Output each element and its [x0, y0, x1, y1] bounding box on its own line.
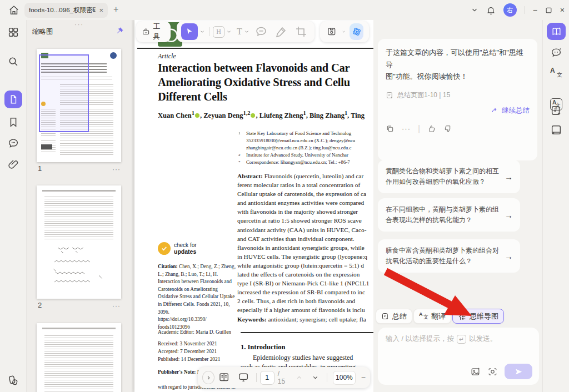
check-icon [158, 242, 171, 255]
article-title: Interaction between Flavonoids and Car A… [158, 61, 373, 104]
tab-title: foods-10...096_权限密码 [29, 6, 96, 14]
translate-text-icon[interactable]: A文 [550, 67, 562, 79]
text-tool-chevron[interactable] [244, 29, 249, 34]
introduction-line1: Epidemiology studies have suggested [253, 354, 373, 362]
suggestion-card-3[interactable]: 膳食中富含黄酮和类胡萝卜素的组合对抗氧化活动的重要性是什么？ → [378, 239, 520, 273]
pin-icon[interactable] [115, 27, 124, 36]
home-icon[interactable] [8, 4, 20, 16]
abstract-block: Abstract: Flavonoids (quercetin, luteoli… [237, 172, 373, 315]
orcid-icon [195, 113, 199, 118]
chat-input-placeholder: 输入 / 以选择提示，按 ↵ 以发送。 [386, 334, 531, 344]
page-thumbnail-3[interactable] [37, 323, 121, 392]
copy-icon[interactable] [386, 124, 395, 133]
highlight-tool-chevron[interactable] [226, 29, 232, 34]
screenshot-camera-icon[interactable] [487, 366, 498, 377]
affiliations-block: 1State Key Laboratory of Food Science an… [238, 130, 373, 166]
save-chevron[interactable] [342, 29, 346, 34]
bookmark-icon[interactable] [7, 116, 19, 128]
check-for-updates-badge[interactable]: check for updates [158, 242, 197, 255]
new-tab-button[interactable]: + [113, 4, 118, 14]
thumb-menu-2[interactable]: ··· [112, 302, 121, 310]
save-icon[interactable] [327, 25, 337, 38]
previous-page-button[interactable] [296, 374, 303, 381]
viewport-selection-rect[interactable] [39, 54, 89, 132]
suggestion-card-1[interactable]: 黄酮类化合物和类胡萝卜素之间的相互作用如何改善细胞中的氧化应激？ → [378, 160, 520, 193]
mindmap-action-button[interactable]: 思维导图 [452, 309, 504, 324]
ai-feature-rail: A文 A文 [542, 20, 569, 392]
arrow-right-icon: → [505, 210, 513, 220]
pen-tool-icon[interactable] [274, 25, 288, 38]
pdf-chat-active-button[interactable] [547, 23, 566, 40]
chat-input-box[interactable]: 输入 / 以选择提示，按 ↵ 以发送。 [378, 328, 539, 385]
thumb-page-number-2: 2 [38, 301, 42, 309]
ai-message-text-line1: 于这篇文章的内容，可以使用"总结"和"思维导 [386, 47, 530, 71]
comments-icon[interactable] [7, 137, 19, 149]
notification-bell-icon[interactable] [486, 6, 496, 15]
pointer-tool-button[interactable] [181, 23, 198, 40]
tools-group: 工具 [136, 21, 171, 42]
zoom-level-control[interactable]: 100% [333, 371, 356, 385]
article-type-label: Article [158, 52, 176, 61]
next-page-button[interactable] [312, 374, 319, 381]
add-image-icon[interactable] [470, 366, 481, 377]
continue-summary-link[interactable]: 继续总结 [386, 106, 530, 115]
arrow-right-icon: → [505, 172, 513, 182]
user-avatar[interactable]: 右 [503, 3, 517, 17]
thumbs-up-icon[interactable] [427, 124, 436, 133]
author-line: Xuan Chen1, Zeyuan Deng1,2, Liufeng Zhen… [158, 110, 373, 120]
arrow-right-icon: → [505, 251, 513, 262]
attachment-paperclip-icon[interactable] [7, 158, 19, 170]
suggestion-card-2[interactable]: 在不同细胞中，黄酮与类胡萝卜素的组合表现出怎样的抗氧化能力？ → [378, 198, 520, 232]
citation-block: Citation: Chen, X.; Deng, Z.; Zheng, L.;… [158, 263, 237, 331]
comment-tool-icon[interactable] [254, 25, 268, 38]
ai-chat-icon[interactable] [550, 47, 562, 59]
chevron-down-icon[interactable] [471, 6, 478, 14]
page-layout-icon[interactable] [218, 371, 229, 384]
tools-button[interactable]: 工具 [136, 22, 171, 42]
maximize-button[interactable] [545, 7, 552, 14]
ai-assistant-button[interactable] [350, 23, 363, 40]
page-navigation-toolbar: / 15 100% − [198, 367, 370, 388]
left-icon-rail [0, 20, 27, 392]
thumbnail-panel-title: 缩略图 [32, 27, 53, 37]
keywords-line: Keywords: antioxidant; synergism; cell u… [237, 315, 373, 324]
window-separator [525, 6, 525, 14]
academic-editor-line: Academic Editor: Maria D. Guillen [158, 329, 231, 335]
crop-tool-icon[interactable] [295, 25, 308, 38]
grid-menu-icon[interactable] [7, 26, 19, 38]
presentation-mode-icon[interactable] [238, 371, 249, 384]
summary-action-button[interactable]: 总结 [376, 309, 412, 324]
document-tab[interactable]: foods-10...096_权限密码 × [24, 3, 108, 18]
pdf-page: Article Interaction between Flavonoids a… [134, 20, 373, 392]
highlight-tool-icon[interactable]: H [213, 26, 224, 38]
mindmap-icon [458, 312, 467, 321]
summary-source-chip[interactable]: 总结页面1-10 | 15 [386, 91, 530, 100]
zoom-out-button[interactable]: − [361, 373, 366, 382]
published-line: Published: 14 December 2021 [158, 356, 220, 362]
ai-summary-icon[interactable] [550, 104, 562, 117]
page-number-input[interactable] [260, 371, 274, 385]
translate-action-button[interactable]: A文 翻译 [413, 309, 451, 324]
pointer-tool-chevron[interactable] [199, 29, 205, 34]
thumbnails-panel-button[interactable] [4, 91, 22, 108]
close-window-button[interactable]: × [560, 6, 565, 14]
tab-close-icon[interactable]: × [99, 7, 103, 14]
search-icon[interactable] [7, 56, 19, 68]
text-tool-icon[interactable]: T [237, 27, 242, 37]
expand-toolbar-button[interactable] [202, 371, 214, 384]
thumb-menu-1[interactable]: ··· [112, 165, 121, 173]
page-thumbnail-1[interactable] [37, 49, 121, 162]
introduction-heading: 1. Introduction [241, 343, 285, 351]
theme-palette-icon[interactable] [7, 374, 19, 386]
minimize-button[interactable]: − [533, 6, 537, 14]
send-button[interactable] [505, 364, 532, 379]
return-key-icon: ↵ [457, 335, 466, 344]
pdf-chat-panel: 于这篇文章的内容，可以使用"总结"和"思维导 图"功能。祝你阅读愉快！ 总结页面… [373, 20, 542, 392]
thumbs-down-icon[interactable] [443, 124, 452, 133]
document-view[interactable]: Article Interaction between Flavonoids a… [132, 20, 373, 392]
thumb-mdpi-badge [110, 52, 117, 59]
more-actions-icon[interactable]: ··· [402, 124, 411, 133]
titlebar: foods-10...096_权限密码 × + 右 − × [0, 0, 569, 20]
reading-layout-icon[interactable] [550, 124, 562, 136]
page-thumbnail-2[interactable] [37, 185, 121, 299]
